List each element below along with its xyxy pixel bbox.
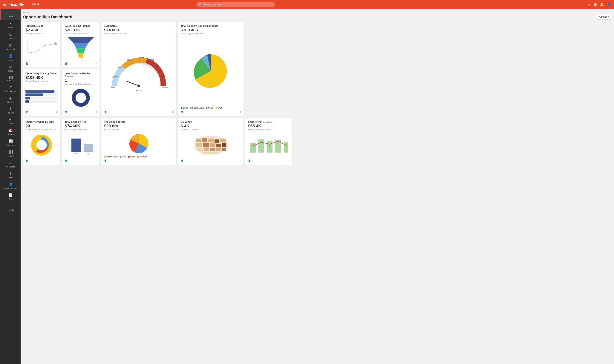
- main-content: HOME Opportunities Dashboard Actions ▾ T…: [21, 9, 614, 167]
- card-pipeline-funnel: Sales Pipeline Funnel $30.31K Sum of Opp…: [62, 22, 100, 67]
- hamburger-icon[interactable]: ☰: [3, 2, 6, 7]
- total-value-footer: 👤 ≡: [181, 109, 241, 113]
- svg-text:$30,000: $30,000: [127, 59, 133, 61]
- top-sources-legend: United States India China Australia: [104, 156, 174, 158]
- svg-rect-45: [201, 152, 220, 155]
- legend-china: China: [128, 156, 135, 158]
- svg-point-51: [252, 145, 253, 147]
- sidebar-label-quotes: Quotes: [7, 101, 14, 103]
- svg-rect-26: [84, 144, 93, 152]
- sidebar-item-contacts[interactable]: ☑ Contacts: [0, 30, 21, 41]
- dashboard-grid: Top Sales Reps $7.46K Average Sales Size…: [23, 22, 612, 165]
- sidebar-item-calendar[interactable]: 📅 Calendar: [0, 127, 21, 137]
- user-icon-footer4: 👤: [181, 111, 183, 113]
- card-total-by-rep: Total Sales by Rep $74.60K Sum of Opport…: [62, 118, 100, 165]
- svg-rect-33: [214, 140, 219, 143]
- svg-text:$80,000: $80,000: [162, 86, 168, 88]
- svg-marker-5: [76, 48, 85, 53]
- reports-icon: ▐▐: [8, 150, 13, 154]
- sidebar-item-projects[interactable]: T Projects: [0, 105, 21, 116]
- lost-opp-chart: [65, 87, 97, 109]
- svg-point-20: [76, 92, 86, 103]
- svg-rect-39: [222, 143, 226, 147]
- tasks-icon: ✔: [9, 22, 12, 26]
- card-opp-state: Opportunity State by Value $109.40K Sum …: [23, 69, 60, 116]
- list-icon-footer10: ≡: [240, 159, 241, 162]
- lost-opp-subtitle: Number of Lost Opportunities: [65, 83, 97, 85]
- breadcrumb: HOME: [23, 11, 612, 13]
- brand-crm: CRM: [32, 3, 39, 6]
- sidebar-item-accounts[interactable]: ▦ Accounts: [0, 41, 21, 52]
- opp-state-title: Opportunity State by Value: [26, 72, 58, 75]
- opp-state-footer: 👤 ≡: [26, 109, 58, 113]
- user-icon-footer7: 👤: [26, 159, 28, 162]
- user-icon-footer2: 👤: [65, 62, 67, 65]
- sidebar-label-tasks: Tasks: [8, 26, 13, 29]
- user-icon-footer10: 👤: [181, 159, 183, 162]
- sidebar-label-home: Home: [8, 15, 13, 18]
- sidebar-item-tasks[interactable]: ✔ Tasks: [0, 20, 21, 30]
- pipeline-subtitle: Sum of Opportunity Value: [65, 33, 97, 35]
- legend-australia: Australia: [137, 156, 147, 158]
- sidebar-item-pricebooks[interactable]: 🏷 Price Books: [0, 84, 21, 94]
- search-input[interactable]: [204, 3, 272, 6]
- us-leads-subtitle: US leads in Period: [181, 129, 241, 131]
- svg-rect-34: [220, 139, 226, 142]
- india-label: India: [122, 156, 126, 158]
- brand-logo: insightly: [9, 2, 24, 7]
- pipeline-value: $30.31K: [65, 28, 97, 33]
- sales-trend-subtitle-line1: by Quarter: [263, 121, 273, 123]
- top-sales-footer: 👤 ≡: [26, 61, 58, 65]
- sidebar-label-leads: Leads: [8, 59, 13, 61]
- bar-row-open: [26, 93, 58, 96]
- sidebar-label-contacts: Contacts: [7, 37, 14, 39]
- sidebar-label-adoptions: Adoptions: [6, 166, 15, 167]
- top-sales-subtitle: Average Sales Size: [26, 33, 58, 35]
- sidebar-item-dashboards[interactable]: 📊 Dashboards: [0, 137, 21, 148]
- svg-rect-42: [210, 148, 215, 151]
- svg-text:$0.00: $0.00: [136, 90, 141, 92]
- list-icon-footer4: ≡: [240, 111, 241, 113]
- sidebar-item-opps[interactable]: ◎ Opps: [0, 63, 21, 74]
- sidebar-label-projects: Projects: [7, 112, 14, 114]
- list-icon-footer5: ≡: [56, 111, 58, 113]
- bell-icon[interactable]: 🔔: [600, 2, 604, 7]
- card-top-sales-reps: Top Sales Reps $7.46K Average Sales Size…: [23, 22, 60, 67]
- sidebar-item-adoptions[interactable]: ⚠ Adoptions: [0, 159, 21, 167]
- svg-text:$70,000: $70,000: [159, 76, 165, 78]
- lost-label: LOST: [183, 107, 188, 109]
- sales-trend-chart: [248, 132, 289, 158]
- user-icon-footer5: 👤: [26, 111, 28, 113]
- open-dot: [206, 107, 208, 109]
- total-by-rep-subtitle: Sum of Opportunity Value: [65, 129, 97, 131]
- nav-icons: ＋ ⊞ 🔔 👤: [588, 2, 611, 7]
- svg-rect-38: [216, 143, 221, 147]
- sidebar-label-reports: Reports: [7, 155, 14, 157]
- svg-rect-41: [204, 147, 209, 151]
- sidebar-item-home[interactable]: ⌂ Home: [0, 9, 21, 20]
- add-icon[interactable]: ＋: [588, 2, 591, 7]
- svg-point-55: [285, 144, 287, 146]
- sidebar-item-products[interactable]: ▐▐▐ Products: [0, 74, 21, 84]
- svg-rect-32: [208, 139, 214, 142]
- svg-rect-50: [284, 142, 288, 153]
- sidebar-item-leads[interactable]: 👤 Leads: [0, 52, 21, 63]
- search-bar[interactable]: 🔍: [196, 2, 275, 7]
- sidebar-item-emails[interactable]: ✉ Emails: [0, 116, 21, 127]
- svg-rect-30: [196, 139, 201, 142]
- dashboards-icon: 📊: [9, 139, 13, 143]
- card-top-sources: Top Sales Sources $23.6m Sales in Period…: [101, 118, 176, 165]
- total-by-rep-footer: 👤 ≡: [65, 158, 97, 162]
- list-icon-footer7: ≡: [56, 159, 58, 162]
- user-icon[interactable]: 👤: [607, 2, 611, 7]
- actions-button[interactable]: Actions ▾: [596, 14, 612, 20]
- sidebar-item-reports[interactable]: ▐▐ Reports: [0, 148, 21, 159]
- svg-rect-44: [222, 148, 226, 151]
- svg-text:$20,000: $20,000: [118, 66, 124, 68]
- sidebar-item-quotes[interactable]: ◈ Quotes: [0, 94, 21, 105]
- user-icon-footer3: 👤: [104, 111, 107, 113]
- svg-point-52: [261, 142, 262, 143]
- grid-icon[interactable]: ⊞: [594, 2, 597, 7]
- pipeline-chart: [65, 36, 97, 61]
- svg-text:$10,000: $10,000: [113, 76, 119, 78]
